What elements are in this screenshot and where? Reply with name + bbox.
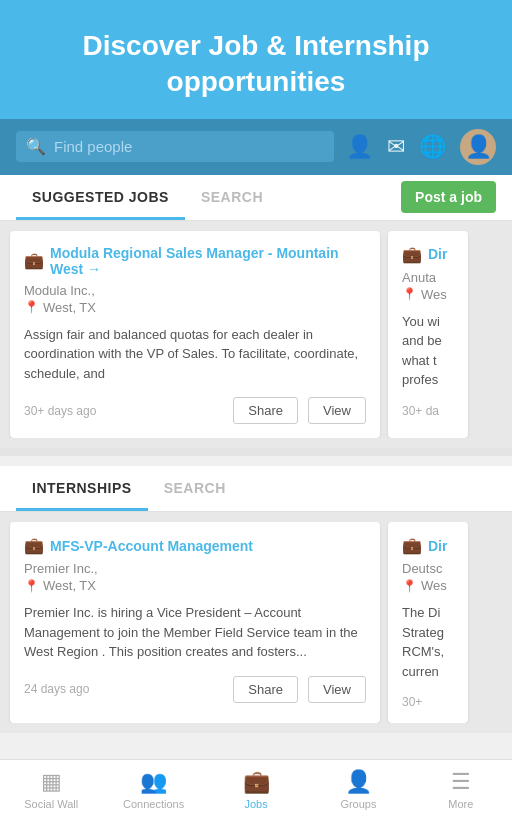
nav-label-jobs: Jobs xyxy=(244,798,267,810)
tab-internships[interactable]: INTERNSHIPS xyxy=(16,466,148,511)
nav-label-connections: Connections xyxy=(123,798,184,810)
location-pin-icon-1: 📍 xyxy=(24,300,39,314)
nav-item-connections[interactable]: 👥 Connections xyxy=(102,760,204,819)
location-pin-icon-4: 📍 xyxy=(402,579,417,593)
internship-company-1: Premier Inc., xyxy=(24,561,366,576)
internship-time-2: 30+ xyxy=(402,695,454,709)
nav-label-groups: Groups xyxy=(340,798,376,810)
bottom-nav: ▦ Social Wall 👥 Connections 💼 Jobs 👤 Gro… xyxy=(0,759,512,819)
briefcase-icon-1: 💼 xyxy=(24,251,44,270)
connections-icon: 👥 xyxy=(140,769,167,795)
section-divider xyxy=(0,448,512,456)
search-input-wrapper[interactable]: 🔍 xyxy=(16,131,334,162)
job-time-2: 30+ da xyxy=(402,404,454,418)
nav-icons: 👤 ✉ 🌐 👤 xyxy=(346,129,496,165)
nav-label-social-wall: Social Wall xyxy=(24,798,78,810)
job-view-button-1[interactable]: View xyxy=(308,397,366,424)
internship-share-button-1[interactable]: Share xyxy=(233,676,298,703)
job-time-1: 30+ days ago xyxy=(24,404,223,418)
grid-icon: ▦ xyxy=(41,769,62,795)
briefcase-icon-4: 💼 xyxy=(402,536,422,555)
internship-description-2: The Di Strateg RCM's, curren xyxy=(402,603,454,681)
jobs-cards-section: 💼 Modula Regional Sales Manager - Mounta… xyxy=(0,221,512,449)
internship-view-button-1[interactable]: View xyxy=(308,676,366,703)
nav-item-social-wall[interactable]: ▦ Social Wall xyxy=(0,760,102,819)
search-bar: 🔍 👤 ✉ 🌐 👤 xyxy=(0,119,512,175)
internship-company-2: Deutsc xyxy=(402,561,454,576)
tab-jobs-search[interactable]: SEARCH xyxy=(185,175,279,220)
internship-card-2-partial: 💼 Dir Deutsc 📍 Wes The Di Strateg RCM's,… xyxy=(388,522,468,723)
job-card-1: 💼 Modula Regional Sales Manager - Mounta… xyxy=(10,231,380,439)
briefcase-icon-3: 💼 xyxy=(24,536,44,555)
search-input[interactable] xyxy=(54,138,324,155)
nav-item-jobs[interactable]: 💼 Jobs xyxy=(205,760,307,819)
job-description-2: You wi and be what t profes xyxy=(402,312,454,390)
briefcase-icon-2: 💼 xyxy=(402,245,422,264)
location-pin-icon-3: 📍 xyxy=(24,579,39,593)
job-card-2-partial: 💼 Dir Anuta 📍 Wes You wi and be what t p… xyxy=(388,231,468,439)
internship-title-2: 💼 Dir xyxy=(402,536,454,555)
job-share-button-1[interactable]: Share xyxy=(233,397,298,424)
avatar[interactable]: 👤 xyxy=(460,129,496,165)
jobs-cards-row: 💼 Modula Regional Sales Manager - Mounta… xyxy=(0,231,512,439)
location-pin-icon-2: 📍 xyxy=(402,287,417,301)
job-title-2: 💼 Dir xyxy=(402,245,454,264)
internship-description-1: Premier Inc. is hiring a Vice President … xyxy=(24,603,366,662)
groups-icon: 👤 xyxy=(345,769,372,795)
header: Discover Job & Internship opportunities xyxy=(0,0,512,119)
post-job-button[interactable]: Post a job xyxy=(401,181,496,213)
more-icon: ☰ xyxy=(451,769,471,795)
job-card-footer-1: 30+ days ago Share View xyxy=(24,397,366,424)
nav-label-more: More xyxy=(448,798,473,810)
job-title-1[interactable]: 💼 Modula Regional Sales Manager - Mounta… xyxy=(24,245,366,277)
job-company-1: Modula Inc., xyxy=(24,283,366,298)
nav-item-groups[interactable]: 👤 Groups xyxy=(307,760,409,819)
internship-time-1: 24 days ago xyxy=(24,682,223,696)
job-company-2: Anuta xyxy=(402,270,454,285)
jobs-tabs: SUGGESTED JOBS SEARCH Post a job xyxy=(0,175,512,221)
job-description-1: Assign fair and balanced quotas for each… xyxy=(24,325,366,384)
internships-tabs: INTERNSHIPS SEARCH xyxy=(0,466,512,512)
job-location-2: 📍 Wes xyxy=(402,287,454,302)
internship-location-1: 📍 West, TX xyxy=(24,578,366,593)
internship-card-footer-1: 24 days ago Share View xyxy=(24,676,366,703)
job-location-1: 📍 West, TX xyxy=(24,300,366,315)
internships-cards-section: 💼 MFS-VP-Account Management Premier Inc.… xyxy=(0,512,512,733)
globe-icon[interactable]: 🌐 xyxy=(419,134,446,160)
nav-item-more[interactable]: ☰ More xyxy=(410,760,512,819)
page-title: Discover Job & Internship opportunities xyxy=(20,28,492,101)
search-icon: 🔍 xyxy=(26,137,46,156)
people-icon[interactable]: 👤 xyxy=(346,134,373,160)
mail-icon[interactable]: ✉ xyxy=(387,134,405,160)
internships-cards-row: 💼 MFS-VP-Account Management Premier Inc.… xyxy=(0,522,512,723)
tab-internships-search[interactable]: SEARCH xyxy=(148,466,242,511)
internship-location-2: 📍 Wes xyxy=(402,578,454,593)
internship-card-1: 💼 MFS-VP-Account Management Premier Inc.… xyxy=(10,522,380,723)
internship-title-1[interactable]: 💼 MFS-VP-Account Management xyxy=(24,536,366,555)
tab-suggested-jobs[interactable]: SUGGESTED JOBS xyxy=(16,175,185,220)
main-content: SUGGESTED JOBS SEARCH Post a job 💼 Modul… xyxy=(0,175,512,794)
jobs-icon: 💼 xyxy=(243,769,270,795)
